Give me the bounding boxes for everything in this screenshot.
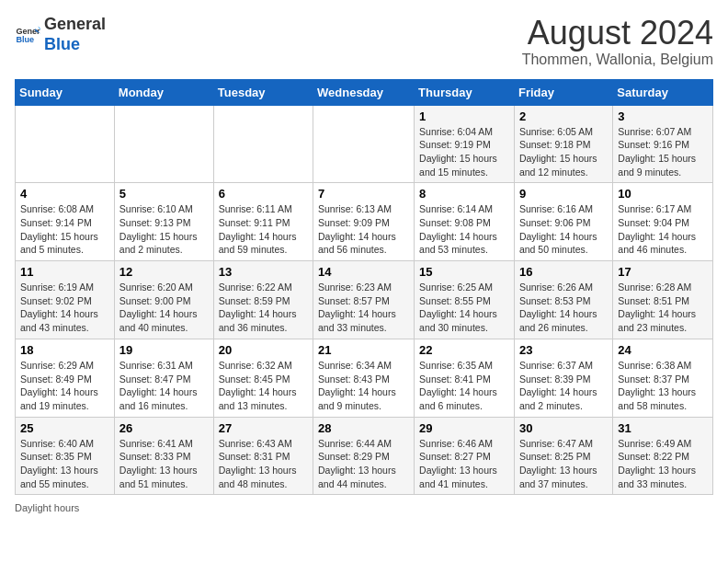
calendar-cell (114, 105, 213, 183)
logo-general-text: General (44, 15, 106, 35)
day-info: Sunrise: 6:23 AM Sunset: 8:57 PM Dayligh… (318, 281, 409, 335)
calendar-cell: 29Sunrise: 6:46 AM Sunset: 8:27 PM Dayli… (415, 417, 515, 495)
calendar-cell: 8Sunrise: 6:14 AM Sunset: 9:08 PM Daylig… (415, 183, 515, 261)
calendar-cell: 16Sunrise: 6:26 AM Sunset: 8:53 PM Dayli… (514, 261, 612, 339)
calendar-cell: 21Sunrise: 6:34 AM Sunset: 8:43 PM Dayli… (313, 339, 415, 417)
day-info: Sunrise: 6:07 AM Sunset: 9:16 PM Dayligh… (618, 125, 708, 179)
day-info: Sunrise: 6:29 AM Sunset: 8:49 PM Dayligh… (20, 359, 109, 413)
day-number: 5 (119, 187, 209, 201)
day-number: 8 (419, 187, 509, 201)
calendar-cell: 13Sunrise: 6:22 AM Sunset: 8:59 PM Dayli… (213, 261, 313, 339)
day-number: 30 (519, 421, 608, 435)
calendar-body: 1Sunrise: 6:04 AM Sunset: 9:19 PM Daylig… (16, 105, 713, 495)
day-info: Sunrise: 6:28 AM Sunset: 8:51 PM Dayligh… (618, 281, 708, 335)
day-info: Sunrise: 6:05 AM Sunset: 9:18 PM Dayligh… (519, 125, 608, 179)
calendar-cell: 22Sunrise: 6:35 AM Sunset: 8:41 PM Dayli… (415, 339, 515, 417)
day-number: 7 (318, 187, 409, 201)
calendar-cell: 10Sunrise: 6:17 AM Sunset: 9:04 PM Dayli… (613, 183, 713, 261)
day-number: 21 (318, 343, 409, 357)
day-info: Sunrise: 6:38 AM Sunset: 8:37 PM Dayligh… (618, 359, 708, 413)
calendar-cell: 18Sunrise: 6:29 AM Sunset: 8:49 PM Dayli… (16, 339, 115, 417)
calendar-week-3: 11Sunrise: 6:19 AM Sunset: 9:02 PM Dayli… (16, 261, 713, 339)
day-info: Sunrise: 6:04 AM Sunset: 9:19 PM Dayligh… (419, 125, 509, 179)
day-info: Sunrise: 6:49 AM Sunset: 8:22 PM Dayligh… (618, 437, 708, 491)
calendar-cell: 28Sunrise: 6:44 AM Sunset: 8:29 PM Dayli… (313, 417, 415, 495)
title-area: August 2024 Thommen, Wallonia, Belgium (522, 15, 713, 68)
calendar-cell: 3Sunrise: 6:07 AM Sunset: 9:16 PM Daylig… (613, 105, 713, 183)
day-info: Sunrise: 6:40 AM Sunset: 8:35 PM Dayligh… (20, 437, 109, 491)
day-number: 9 (519, 187, 608, 201)
day-info: Sunrise: 6:43 AM Sunset: 8:31 PM Dayligh… (219, 437, 308, 491)
day-number: 11 (20, 265, 109, 279)
day-number: 10 (618, 187, 708, 201)
calendar-cell: 2Sunrise: 6:05 AM Sunset: 9:18 PM Daylig… (514, 105, 612, 183)
calendar-week-5: 25Sunrise: 6:40 AM Sunset: 8:35 PM Dayli… (16, 417, 713, 495)
calendar-header: Sunday Monday Tuesday Wednesday Thursday… (16, 79, 713, 105)
day-number: 23 (519, 343, 608, 357)
day-number: 24 (618, 343, 708, 357)
calendar-cell: 4Sunrise: 6:08 AM Sunset: 9:14 PM Daylig… (16, 183, 115, 261)
calendar-cell: 30Sunrise: 6:47 AM Sunset: 8:25 PM Dayli… (514, 417, 612, 495)
logo-blue-text: Blue (44, 35, 106, 55)
col-sunday: Sunday (16, 79, 115, 105)
day-number: 14 (318, 265, 409, 279)
day-info: Sunrise: 6:19 AM Sunset: 9:02 PM Dayligh… (20, 281, 109, 335)
calendar-cell: 17Sunrise: 6:28 AM Sunset: 8:51 PM Dayli… (613, 261, 713, 339)
calendar-cell: 26Sunrise: 6:41 AM Sunset: 8:33 PM Dayli… (114, 417, 213, 495)
day-number: 22 (419, 343, 509, 357)
day-info: Sunrise: 6:14 AM Sunset: 9:08 PM Dayligh… (419, 202, 509, 257)
calendar-cell (213, 105, 313, 183)
logo: General Blue General Blue (15, 15, 106, 54)
day-number: 29 (419, 421, 509, 435)
calendar-table: Sunday Monday Tuesday Wednesday Thursday… (15, 79, 713, 496)
col-tuesday: Tuesday (213, 79, 313, 105)
day-info: Sunrise: 6:13 AM Sunset: 9:09 PM Dayligh… (318, 202, 409, 257)
day-number: 25 (20, 421, 109, 435)
calendar-cell: 5Sunrise: 6:10 AM Sunset: 9:13 PM Daylig… (114, 183, 213, 261)
calendar-cell: 7Sunrise: 6:13 AM Sunset: 9:09 PM Daylig… (313, 183, 415, 261)
calendar-cell: 20Sunrise: 6:32 AM Sunset: 8:45 PM Dayli… (213, 339, 313, 417)
day-info: Sunrise: 6:25 AM Sunset: 8:55 PM Dayligh… (419, 281, 509, 335)
calendar-week-2: 4Sunrise: 6:08 AM Sunset: 9:14 PM Daylig… (16, 183, 713, 261)
day-info: Sunrise: 6:22 AM Sunset: 8:59 PM Dayligh… (219, 281, 308, 335)
header: General Blue General Blue August 2024 Th… (15, 15, 713, 68)
day-number: 26 (119, 421, 209, 435)
day-number: 17 (618, 265, 708, 279)
day-number: 28 (318, 421, 409, 435)
day-number: 12 (119, 265, 209, 279)
col-wednesday: Wednesday (313, 79, 415, 105)
day-number: 20 (219, 343, 308, 357)
day-number: 6 (219, 187, 308, 201)
col-monday: Monday (114, 79, 213, 105)
calendar-week-1: 1Sunrise: 6:04 AM Sunset: 9:19 PM Daylig… (16, 105, 713, 183)
calendar-cell: 14Sunrise: 6:23 AM Sunset: 8:57 PM Dayli… (313, 261, 415, 339)
calendar-cell: 31Sunrise: 6:49 AM Sunset: 8:22 PM Dayli… (613, 417, 713, 495)
calendar-cell: 11Sunrise: 6:19 AM Sunset: 9:02 PM Dayli… (16, 261, 115, 339)
day-number: 4 (20, 187, 109, 201)
calendar-cell: 19Sunrise: 6:31 AM Sunset: 8:47 PM Dayli… (114, 339, 213, 417)
day-info: Sunrise: 6:08 AM Sunset: 9:14 PM Dayligh… (20, 202, 109, 257)
calendar-cell: 27Sunrise: 6:43 AM Sunset: 8:31 PM Dayli… (213, 417, 313, 495)
day-number: 13 (219, 265, 308, 279)
day-number: 16 (519, 265, 608, 279)
day-number: 18 (20, 343, 109, 357)
footer-note: Daylight hours (15, 502, 713, 513)
day-info: Sunrise: 6:46 AM Sunset: 8:27 PM Dayligh… (419, 437, 509, 491)
day-info: Sunrise: 6:16 AM Sunset: 9:06 PM Dayligh… (519, 202, 608, 257)
day-info: Sunrise: 6:37 AM Sunset: 8:39 PM Dayligh… (519, 359, 608, 413)
day-info: Sunrise: 6:20 AM Sunset: 9:00 PM Dayligh… (119, 281, 209, 335)
day-number: 2 (519, 109, 608, 123)
day-info: Sunrise: 6:11 AM Sunset: 9:11 PM Dayligh… (219, 202, 308, 257)
day-info: Sunrise: 6:32 AM Sunset: 8:45 PM Dayligh… (219, 359, 308, 413)
day-info: Sunrise: 6:34 AM Sunset: 8:43 PM Dayligh… (318, 359, 409, 413)
subtitle: Thommen, Wallonia, Belgium (522, 52, 713, 68)
calendar-week-4: 18Sunrise: 6:29 AM Sunset: 8:49 PM Dayli… (16, 339, 713, 417)
day-info: Sunrise: 6:35 AM Sunset: 8:41 PM Dayligh… (419, 359, 509, 413)
day-number: 31 (618, 421, 708, 435)
calendar-cell: 6Sunrise: 6:11 AM Sunset: 9:11 PM Daylig… (213, 183, 313, 261)
calendar-cell: 24Sunrise: 6:38 AM Sunset: 8:37 PM Dayli… (613, 339, 713, 417)
calendar-cell: 9Sunrise: 6:16 AM Sunset: 9:06 PM Daylig… (514, 183, 612, 261)
svg-text:Blue: Blue (16, 35, 34, 44)
calendar-cell: 15Sunrise: 6:25 AM Sunset: 8:55 PM Dayli… (415, 261, 515, 339)
calendar-cell: 25Sunrise: 6:40 AM Sunset: 8:35 PM Dayli… (16, 417, 115, 495)
